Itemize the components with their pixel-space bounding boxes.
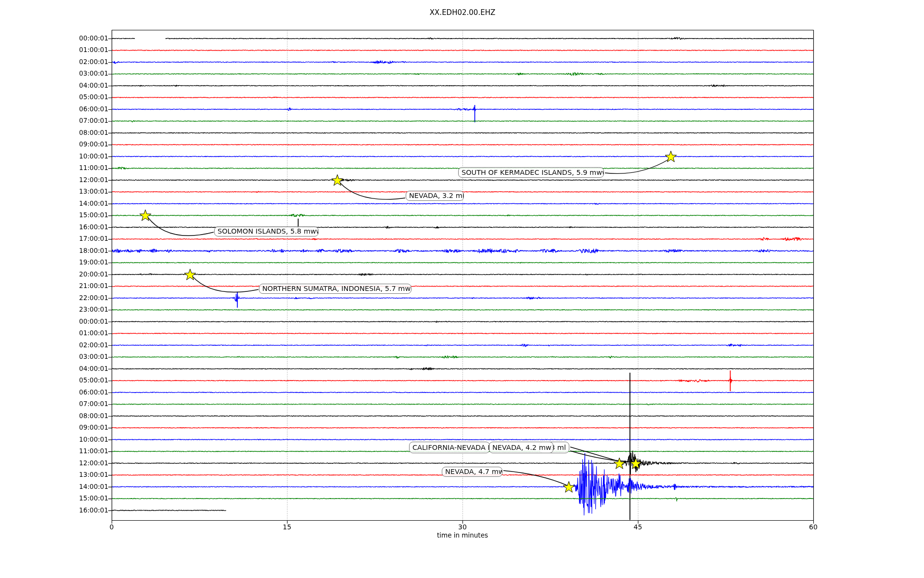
row-time-label-32: 08:00:01 <box>43 412 108 420</box>
row-time-label-18: 18:00:01 <box>43 247 108 254</box>
row-time-label-4: 04:00:01 <box>43 82 108 89</box>
plot-title: XX.EDH02.00.EHZ <box>0 8 924 17</box>
row-time-label-13: 13:00:01 <box>43 188 108 195</box>
row-time-label-31: 07:00:01 <box>43 400 108 407</box>
row-time-label-22: 22:00:01 <box>43 294 108 302</box>
event-annotation-0: SOUTH OF KERMADEC ISLANDS, 5.9 mww <box>458 167 604 178</box>
row-time-label-38: 14:00:01 <box>43 483 108 490</box>
row-time-label-28: 04:00:01 <box>43 365 108 372</box>
row-time-label-14: 14:00:01 <box>43 200 108 207</box>
row-time-label-23: 23:00:01 <box>43 306 108 313</box>
seismogram-canvas <box>0 0 924 578</box>
row-time-label-36: 12:00:01 <box>43 460 108 467</box>
row-time-label-29: 05:00:01 <box>43 377 108 384</box>
row-time-label-2: 02:00:01 <box>43 58 108 66</box>
event-star-4 <box>613 457 626 470</box>
plot-title-text: XX.EDH02.00.EHZ <box>430 8 495 17</box>
row-time-label-9: 09:00:01 <box>43 141 108 148</box>
x-tick-label-0: 0 <box>97 523 126 531</box>
row-time-label-1: 01:00:01 <box>43 46 108 53</box>
row-time-label-15: 15:00:01 <box>43 211 108 219</box>
row-time-label-39: 15:00:01 <box>43 495 108 502</box>
row-time-label-10: 10:00:01 <box>43 153 108 160</box>
row-time-label-24: 00:00:01 <box>43 318 108 325</box>
event-star-5 <box>629 457 642 470</box>
event-star-1 <box>331 173 344 187</box>
row-time-label-37: 13:00:01 <box>43 471 108 478</box>
event-star-3 <box>183 268 197 281</box>
event-annotation-1: NEVADA, 3.2 ml <box>406 191 464 201</box>
x-axis-label: time in minutes <box>112 531 813 539</box>
x-tick-label-1: 15 <box>273 523 302 531</box>
event-star-0 <box>664 150 678 163</box>
row-time-label-8: 08:00:01 <box>43 129 108 136</box>
row-time-label-27: 03:00:01 <box>43 353 108 360</box>
row-time-label-0: 00:00:01 <box>43 35 108 42</box>
event-annotation-5: NEVADA, 4.2 mw <box>489 442 553 453</box>
row-time-label-26: 02:00:01 <box>43 342 108 349</box>
row-time-label-25: 01:00:01 <box>43 329 108 337</box>
x-tick-label-3: 45 <box>624 523 653 531</box>
x-tick-label-4: 60 <box>799 523 828 531</box>
row-time-label-21: 21:00:01 <box>43 282 108 289</box>
row-time-label-6: 06:00:01 <box>43 105 108 113</box>
row-time-label-40: 16:00:01 <box>43 507 108 514</box>
event-annotation-4: CALIFORNIA-NEVADA BO <box>409 442 490 453</box>
row-time-label-30: 06:00:01 <box>43 389 108 396</box>
row-time-label-33: 09:00:01 <box>43 424 108 431</box>
row-time-label-20: 20:00:01 <box>43 271 108 278</box>
event-annotation-2: SOLOMON ISLANDS, 5.8 mww <box>214 226 319 236</box>
row-time-label-35: 11:00:01 <box>43 447 108 455</box>
seismogram-plot: XX.EDH02.00.EHZ time in minutes 00:00:01… <box>0 0 924 578</box>
row-time-label-19: 19:00:01 <box>43 259 108 266</box>
event-annotation-3: NORTHERN SUMATRA, INDONESIA, 5.7 mww <box>259 284 411 294</box>
row-time-label-5: 05:00:01 <box>43 93 108 101</box>
event-annotation-7: NEVADA, 4.7 mw <box>442 467 502 477</box>
row-time-label-3: 03:00:01 <box>43 70 108 77</box>
row-time-label-17: 17:00:01 <box>43 235 108 242</box>
row-time-label-34: 10:00:01 <box>43 436 108 443</box>
event-star-2 <box>139 209 152 222</box>
event-star-7 <box>562 480 576 494</box>
row-time-label-7: 07:00:01 <box>43 117 108 124</box>
row-time-label-16: 16:00:01 <box>43 223 108 231</box>
row-time-label-12: 12:00:01 <box>43 176 108 184</box>
row-time-label-11: 11:00:01 <box>43 164 108 171</box>
x-tick-label-2: 30 <box>448 523 477 531</box>
